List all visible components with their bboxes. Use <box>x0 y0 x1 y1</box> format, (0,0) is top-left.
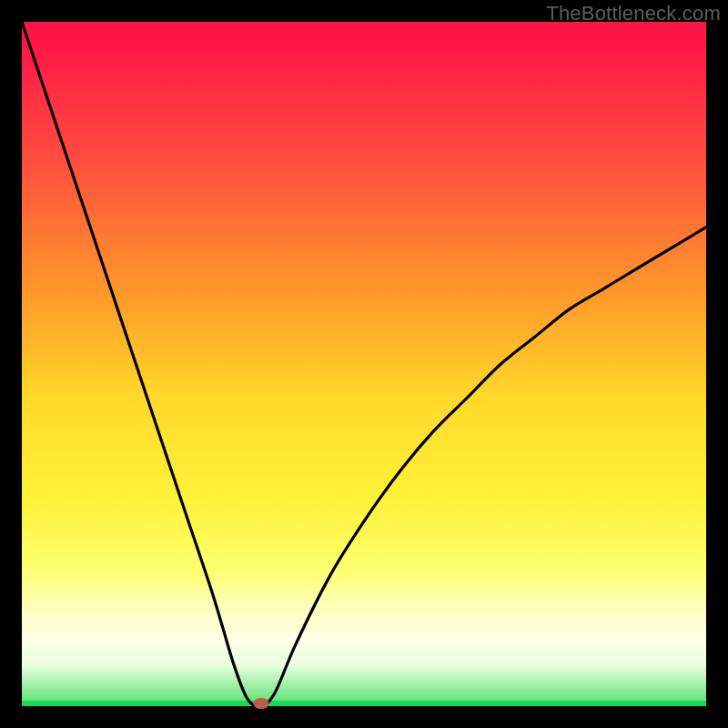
plot-area <box>22 22 706 706</box>
chart-frame: TheBottleneck.com <box>0 0 728 728</box>
plot-baseline <box>22 701 706 706</box>
